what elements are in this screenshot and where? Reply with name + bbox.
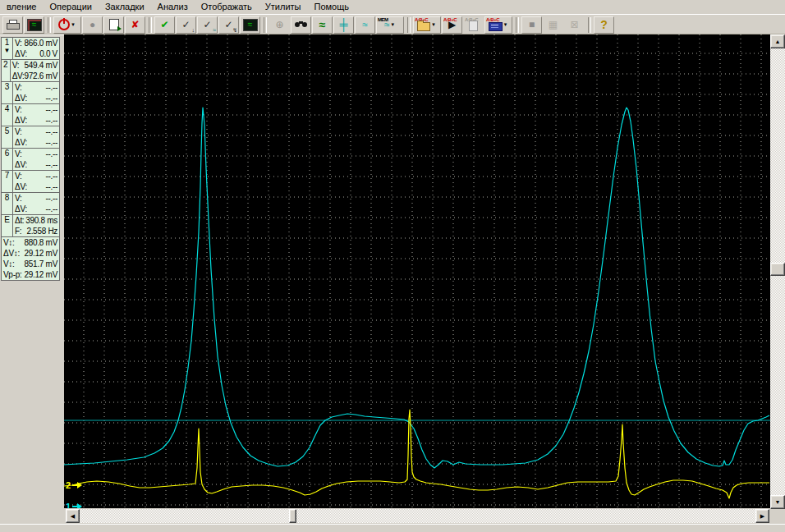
print-button[interactable] <box>2 16 23 34</box>
measure-check-pulse-button[interactable]: ✓↯ <box>218 16 239 34</box>
measurement-row: V:--.-- <box>13 149 59 159</box>
scroll-left-button[interactable]: ◀ <box>66 509 80 523</box>
dotted-square-icon: ▦ <box>549 20 558 30</box>
save-waveform-image-button[interactable]: ≈ <box>24 16 44 34</box>
measurement-label: V: <box>15 82 21 93</box>
cursor-measure-panel[interactable]: V↕:880.8 mVΔV↕:29.12 mVV↕:851.7 mVVp-p:2… <box>1 236 60 281</box>
play-abc-icon: ▶ <box>448 20 456 30</box>
dropdown-arrow-icon[interactable]: ▾ <box>71 21 75 28</box>
menu-help[interactable]: Помощь <box>308 1 356 13</box>
measurement-row: ΔV:--.-- <box>13 204 59 214</box>
display-abc-button[interactable]: A:B+C▾ <box>484 16 512 34</box>
record-icon: ● <box>90 20 95 30</box>
channel-panel-2[interactable]: 2V:549.4 mVΔV:972.6 mV <box>1 59 60 82</box>
open-abc-button[interactable]: A:B+C▾ <box>413 16 441 34</box>
measure-check-down-button[interactable]: ✓↓ <box>176 16 196 34</box>
delete-measure-button[interactable]: ✘ <box>125 16 145 34</box>
dropdown-arrow-icon[interactable]: ▾ <box>392 21 395 28</box>
wave-cursors-button[interactable]: ≈ <box>312 16 333 34</box>
menu-utilities[interactable]: Утилиты <box>259 1 308 13</box>
dashed-wave-button[interactable]: ≈ <box>355 16 375 34</box>
h-scrollbar-thumb[interactable] <box>289 509 296 523</box>
measurement-label: Δt: <box>15 215 24 226</box>
menu-control[interactable]: вление <box>0 1 43 13</box>
measurement-label: ΔV: <box>12 71 25 81</box>
open-abc-icon <box>417 22 430 31</box>
timing-panel[interactable]: EΔt:390.8 msF:2.558 Hz <box>1 214 60 237</box>
measurement-row: Δt:390.8 ms <box>13 215 59 226</box>
channel-sidebar: 1▼V:866.0 mVΔV:0.0 V2V:549.4 mVΔV:972.6 … <box>0 34 64 509</box>
square-button[interactable]: ■ <box>521 16 542 34</box>
v-scrollbar-thumb[interactable] <box>770 263 785 276</box>
horizontal-scrollbar[interactable]: ◀ ▶ <box>66 509 769 523</box>
menu-analysis[interactable]: Анализ <box>151 1 195 13</box>
scope-display-icon: ≈ <box>243 19 258 31</box>
channel-number-label: 8 <box>5 193 10 203</box>
page-abc-icon <box>469 21 478 31</box>
svg-text:1: 1 <box>66 502 71 508</box>
record-button[interactable]: ● <box>82 16 103 34</box>
channel-panel-4[interactable]: 4V:--.--ΔV:--.-- <box>1 103 60 126</box>
measurement-row: V:--.-- <box>13 171 59 181</box>
measurement-value: --.-- <box>45 104 57 115</box>
dropdown-arrow-icon[interactable]: ▾ <box>504 21 507 28</box>
channel-panel-7[interactable]: 7V:--.--ΔV:--.-- <box>1 170 60 193</box>
measurement-row: ΔV:--.-- <box>13 93 59 103</box>
menu-bookmarks[interactable]: Закладки <box>99 1 151 13</box>
measurement-label: ΔV: <box>15 93 27 103</box>
channel-number-label: 4 <box>5 104 10 114</box>
power-button[interactable]: ▾ <box>53 16 81 34</box>
measurement-label: ΔV: <box>15 181 27 192</box>
channel-number: 7 <box>2 171 13 192</box>
power-icon <box>58 19 70 30</box>
channel-panel-3[interactable]: 3V:--.--ΔV:--.-- <box>1 81 60 104</box>
channel-panel-1[interactable]: 1▼V:866.0 mVΔV:0.0 V <box>1 37 60 60</box>
play-abc-button[interactable]: A:B+C▶ <box>442 16 462 34</box>
search-binoculars-button[interactable] <box>291 16 311 34</box>
measurement-row: ΔV:--.-- <box>13 137 59 148</box>
measurement-label: V↕: <box>3 237 15 248</box>
channel-2-zero-marker[interactable]: 2 <box>66 480 82 490</box>
channel-panel-6[interactable]: 6V:--.--ΔV:--.-- <box>1 148 60 171</box>
scroll-up-button[interactable]: ▲ <box>770 34 785 48</box>
dropdown-arrow-icon[interactable]: ▾ <box>432 21 435 28</box>
channel-number-label: 2 <box>3 60 8 70</box>
scroll-right-button[interactable]: ▶ <box>755 509 769 523</box>
vertical-scrollbar[interactable]: ▲ ▼ <box>770 34 785 509</box>
channel-number-label: E <box>4 215 10 225</box>
measurement-row: Vp-p:29.12 mV <box>2 269 59 280</box>
delete-measure-icon: ✘ <box>131 20 139 30</box>
toolbar-separator <box>48 17 51 33</box>
channel-number: E <box>2 215 13 236</box>
scope-display-button[interactable]: ≈ <box>240 16 260 34</box>
measurement-row: V:--.-- <box>13 104 59 115</box>
measure-check-icon: ✔ <box>160 20 168 30</box>
web-icon: ⊕ <box>275 20 283 30</box>
menu-display[interactable]: Отображать <box>195 1 259 13</box>
menu-operations[interactable]: Операции <box>43 1 98 13</box>
channel-1-zero-marker[interactable]: 1 <box>66 502 82 508</box>
scroll-down-button[interactable]: ▼ <box>770 495 785 509</box>
measurement-value: --.-- <box>45 171 57 181</box>
cursor-lines-button[interactable]: ╪ <box>333 16 354 34</box>
help-button[interactable]: ? <box>594 16 614 34</box>
x-square-button: ⊠ <box>564 16 585 34</box>
measurement-row: ΔV:--.-- <box>13 181 59 192</box>
measurement-row: F:2.558 Hz <box>13 226 59 236</box>
channel-panel-8[interactable]: 8V:--.--ΔV:--.-- <box>1 192 60 215</box>
measure-check-button[interactable]: ✔ <box>154 16 175 34</box>
measurement-label: F: <box>15 226 21 236</box>
waveform-svg[interactable]: 21 <box>64 34 770 508</box>
waveform-plot-area[interactable]: 21 <box>64 34 770 508</box>
measurement-label: V: <box>15 149 21 159</box>
channel-number: 2 <box>2 60 11 81</box>
memory-button[interactable]: MEM≈▾ <box>376 16 404 34</box>
export-page-button[interactable] <box>103 16 124 34</box>
channel-panel-5[interactable]: 5V:--.--ΔV:--.-- <box>1 126 60 149</box>
display-abc-icon <box>489 22 503 31</box>
memory-icon: ≈ <box>384 20 390 30</box>
measurement-row: ΔV:--.-- <box>13 159 59 170</box>
measure-check-wave-button[interactable]: ✓≈ <box>197 16 218 34</box>
measurement-label: ΔV: <box>15 115 27 126</box>
x-square-icon: ⊠ <box>570 20 578 30</box>
